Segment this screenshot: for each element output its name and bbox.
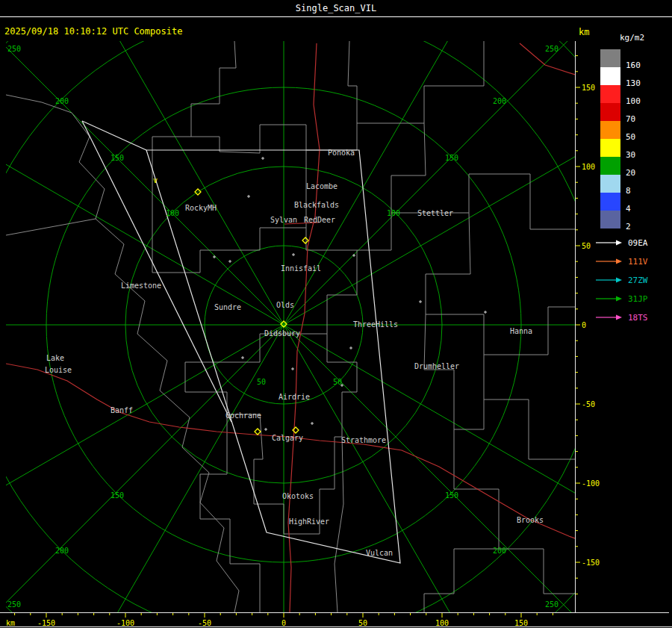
county-boundary-line [185,334,357,437]
site-arrow-head [616,259,622,264]
range-ring-label: 250 [545,600,559,609]
legend-threshold-value: 50 [626,132,635,143]
town-marker [484,311,487,314]
range-ring [6,41,575,612]
radar-window: Single_Scan_VIL 2025/09/18 10:10:12 UTC … [0,0,672,628]
site-id-label: 27ZW [628,276,648,285]
range-ring-label: 50 [333,378,342,386]
window-title: Single_Scan_VIL [296,3,376,13]
city-label: Innisfail [281,264,321,273]
highway-line [288,43,320,612]
city-label: Hanna [510,327,532,335]
county-boundary-line [426,213,470,314]
site-id-label: 09EA [628,238,648,248]
city-label: Sundre [214,303,241,311]
y-tick-label: -50 [582,400,595,408]
town-marker [261,157,264,160]
city-label: HighRiver [289,517,329,526]
county-boundary-line [484,355,575,459]
y-tick-label: 100 [582,163,595,171]
town-marker [241,356,244,359]
town-marker [292,253,295,256]
legend-threshold-value: 160 [626,60,641,71]
range-ring-label: 200 [493,547,506,555]
y-tick-label: -150 [582,559,600,567]
county-boundary-line [185,362,260,414]
y-tick-label: 150 [582,84,595,92]
city-label: Limestone [121,282,161,290]
site-arrow-head [616,240,622,246]
county-boundary-line [391,123,426,250]
site-id-label: 31JP [628,294,648,304]
legend-threshold-value: 30 [626,150,635,161]
city-label: Brooks [517,516,544,524]
city-label: RockyMH [185,204,217,212]
radar-site-marker [302,237,308,243]
county-boundary-line [426,307,575,355]
site-id-label: 18TS [628,313,648,323]
county-boundary-line [424,314,484,429]
county-boundary-line [254,414,342,534]
city-label: Airdrie [279,393,310,401]
y-tick-label: 50 [582,242,591,250]
color-scale: 16013010070503020842 [600,0,672,246]
legend-color-box [600,193,620,211]
city-label: Okotoks [282,492,314,500]
y-tick-label: -100 [582,479,600,488]
legend-color-box [600,85,620,103]
radar-site-legend: 09EA111V27ZW31JP18TS [594,236,672,333]
town-marker [311,422,314,425]
legend-color-box [600,49,620,67]
legend-threshold-value: 8 [626,186,631,196]
range-ring-label: 100 [166,209,179,217]
y-tick-label: 0 [582,321,586,329]
town-marker [228,260,231,263]
city-label: RedDeer [304,216,335,224]
site-arrow-head [616,296,622,302]
county-boundary-line [191,41,236,152]
timestamp-label: 2025/09/18 10:10:12 UTC Composite [4,26,182,37]
site-arrow-head [616,278,622,283]
city-label: Calgary [272,434,303,442]
town-marker [264,428,267,431]
city-label: Vulcan [366,549,393,557]
range-ring-label: 150 [111,154,124,162]
site-arrow-head [616,315,622,320]
city-label: Drumheller [414,362,459,370]
legend-color-box [600,157,620,175]
city-label: Stettler [417,209,453,217]
town-marker [349,346,352,349]
city-label: Strathmore [341,436,386,444]
range-ring-label: 50 [257,378,266,386]
legend-threshold-value: 20 [626,168,635,178]
range-ring-label: 200 [493,97,506,105]
county-boundary-line [335,437,343,612]
titlebar: Single_Scan_VIL [0,0,672,17]
town-marker [291,367,294,370]
city-label: Blackfalds [294,201,339,209]
county-boundary-line [200,414,260,612]
town-marker [352,254,355,257]
city-label: Lake [46,354,64,362]
legend-color-box [600,175,620,193]
range-ring [6,41,575,612]
range-ring-label: 200 [55,97,69,105]
legend-threshold-value: 100 [626,96,641,107]
legend-color-box [600,121,620,139]
county-boundary-line [357,41,484,123]
county-boundary-line [348,41,357,150]
radar-site-marker [255,429,261,435]
window-bottom-border [0,627,672,627]
range-ring-label: 200 [55,547,69,555]
range-ring-label: 100 [387,209,400,217]
site-id-label: 111V [628,257,648,267]
city-label: Sylvan [270,216,297,224]
town-marker [247,195,250,198]
radar-map[interactable]: 2502001501002502001501001502002501502002… [6,41,575,612]
legend-threshold-value: 70 [626,114,635,125]
city-label: Louise [45,366,72,374]
legend-threshold-value: 2 [626,222,631,232]
county-boundary-line [391,174,575,229]
x-axis: -150-100-50050100150km [0,612,672,628]
legend-threshold-value: 4 [626,204,631,214]
